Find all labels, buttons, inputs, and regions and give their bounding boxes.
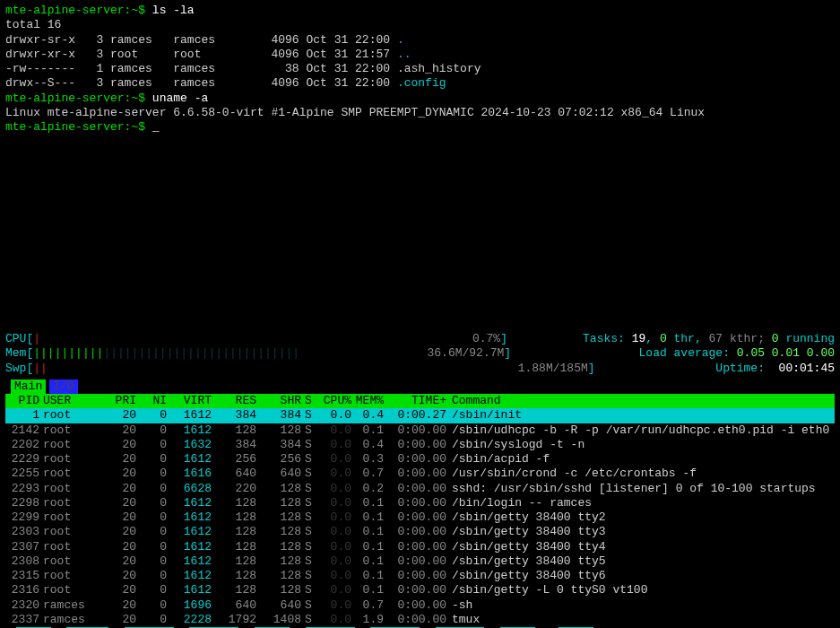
term-line: mte-alpine-server:~$ uname -a [5,92,835,106]
term-line: total 16 [5,18,835,32]
process-row[interactable]: 2308root2001612128128S0.00.10:00.00/sbin… [5,554,835,569]
prompt-line[interactable]: mte-alpine-server:~$ _ [5,120,835,135]
process-row[interactable]: 2298root2001612128128S0.00.10:00.00/bin/… [5,496,835,510]
ls-row: -rw------- 1 ramces ramces 38 Oct 31 22:… [5,62,835,76]
process-row[interactable]: 2303root2001612128128S0.00.10:00.00/sbin… [5,525,835,539]
swp-meter: Swp[|| 1.88M/185M] Uptime: 00:01:45 [5,362,835,376]
tab-main[interactable]: Main [11,379,46,394]
term-line: mte-alpine-server:~$ ls -la [5,4,835,18]
process-row[interactable]: 2337ramces200222817921408S0.01.90:00.00t… [5,613,835,627]
ls-row: drwx--S--- 3 ramces ramces 4096 Oct 31 2… [5,76,835,91]
process-row[interactable]: 2293root2006628220128S0.00.20:00.00sshd:… [5,482,835,496]
htop-pane[interactable]: CPU[| 0.7%] Tasks: 19, 0 thr, 67 kthr; 0… [0,330,840,627]
process-row[interactable]: 2255root2001616640640S0.00.70:00.00/usr/… [5,467,835,481]
tab-io[interactable]: I/O [49,379,77,394]
process-row[interactable]: 2202root2001632384384S0.00.40:00.00/sbin… [5,438,835,452]
mem-meter: Mem[||||||||||||||||||||||||||||||||||||… [5,346,835,361]
process-row[interactable]: 2229root2001612256256S0.00.30:00.00/sbin… [5,452,835,467]
process-row[interactable]: 2315root2001612128128S0.00.10:00.00/sbin… [5,569,835,583]
cpu-meter: CPU[| 0.7%] Tasks: 19, 0 thr, 67 kthr; 0… [5,332,835,346]
htop-header-row: PID USER PRI NI VIRT RES SHR S CPU% MEM%… [5,394,835,408]
ls-row: drwxr-xr-x 3 root root 4096 Oct 31 21:57… [5,48,835,62]
terminal-pane[interactable]: mte-alpine-server:~$ ls -la total 16 drw… [0,0,840,330]
ls-row: drwxr-sr-x 3 ramces ramces 4096 Oct 31 2… [5,33,835,48]
cursor: _ [152,120,160,134]
process-row[interactable]: 2320ramces2001696640640S0.00.70:00.00-sh [5,598,835,613]
process-row[interactable]: 2307root2001612128128S0.00.10:00.00/sbin… [5,540,835,554]
process-row[interactable]: 2299root2001612128128S0.00.10:00.00/sbin… [5,510,835,525]
process-row[interactable]: 1root2001612384384S0.00.40:00.27/sbin/in… [5,408,835,423]
process-row[interactable]: 2142root2001612128128S0.00.10:00.00/sbin… [5,423,835,438]
uname-output: Linux mte-alpine-server 6.6.58-0-virt #1… [5,106,835,120]
process-row[interactable]: 2316root2001612128128S0.00.10:00.00/sbin… [5,583,835,597]
